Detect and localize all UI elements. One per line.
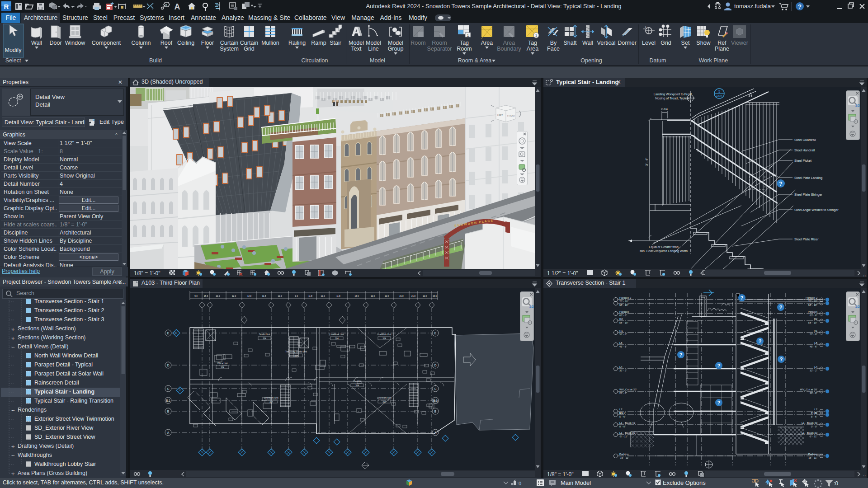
svg-text:12-0: 12-0 bbox=[423, 295, 427, 297]
svg-text:11-8: 11-8 bbox=[308, 295, 312, 297]
svg-text:2D: 2D bbox=[855, 305, 860, 309]
svg-text:Component: Component bbox=[92, 40, 121, 46]
svg-text:R1: R1 bbox=[619, 329, 623, 332]
svg-text:1: 1 bbox=[467, 33, 469, 38]
svg-text:Model: Model bbox=[388, 40, 403, 46]
svg-text:70' - 10": 70' - 10" bbox=[619, 300, 628, 303]
svg-text:Steel Picket: Steel Picket bbox=[794, 159, 811, 163]
svg-text:L2: L2 bbox=[619, 408, 623, 411]
svg-text:Level: Level bbox=[642, 40, 656, 46]
svg-text:R1: R1 bbox=[814, 329, 817, 332]
svg-text:L5: L5 bbox=[619, 342, 623, 344]
svg-text:45' - 6": 45' - 6" bbox=[810, 345, 817, 348]
svg-text:Steel Plate Riser: Steel Plate Riser bbox=[794, 237, 819, 241]
svg-text:15-6: 15-6 bbox=[433, 295, 437, 297]
svg-text:Column: Column bbox=[131, 40, 151, 46]
svg-text:Model: Model bbox=[370, 57, 385, 64]
svg-text:-5' - 11": -5' - 11" bbox=[809, 435, 818, 438]
svg-text:Mullion: Mullion bbox=[261, 40, 279, 46]
svg-text:Work Plane: Work Plane bbox=[699, 57, 728, 64]
svg-text:L1 - Block 33: L1 - Block 33 bbox=[802, 432, 818, 434]
svg-text:D: D bbox=[434, 364, 437, 367]
svg-text:Parapet 2: Parapet 2 bbox=[806, 296, 818, 299]
svg-text:2D: 2D bbox=[529, 305, 534, 309]
svg-text:B: B bbox=[434, 410, 436, 413]
svg-text:63' - 6": 63' - 6" bbox=[810, 314, 817, 317]
svg-text:Set: Set bbox=[681, 40, 690, 46]
svg-text::0: :0 bbox=[517, 481, 521, 486]
svg-text:12-0: 12-0 bbox=[278, 295, 282, 297]
svg-text:Build: Build bbox=[149, 57, 162, 64]
svg-text:304: 304 bbox=[263, 338, 266, 340]
svg-text:R2: R2 bbox=[814, 318, 817, 320]
svg-text:L1 - Block 43: L1 - Block 43 bbox=[802, 422, 818, 424]
svg-text:Tag: Tag bbox=[460, 40, 469, 46]
svg-text:Equal or Greater than: Equal or Greater than bbox=[649, 245, 679, 249]
svg-text:304: 304 bbox=[355, 385, 359, 387]
svg-text:304: 304 bbox=[382, 401, 386, 403]
svg-text:Room: Room bbox=[457, 46, 472, 52]
svg-text:Plane: Plane bbox=[715, 46, 729, 52]
svg-text:Boundary: Boundary bbox=[497, 46, 521, 52]
svg-text:12-0: 12-0 bbox=[385, 295, 389, 297]
svg-text:Text: Text bbox=[351, 46, 362, 52]
svg-text:By: By bbox=[550, 40, 557, 46]
svg-text:?: ? bbox=[798, 3, 802, 10]
svg-text:Grid: Grid bbox=[244, 46, 255, 52]
svg-text:0' - 0": 0' - 0" bbox=[811, 425, 817, 428]
svg-text:9-3: 9-3 bbox=[194, 295, 198, 297]
svg-text:Area: Area bbox=[503, 40, 515, 46]
svg-text:FRONT: FRONT bbox=[507, 114, 515, 117]
svg-text:Curtain: Curtain bbox=[240, 40, 258, 46]
svg-text:M1: M1 bbox=[814, 412, 818, 414]
svg-text:12-0: 12-0 bbox=[232, 295, 236, 297]
svg-text:Studio Unit: Studio Unit bbox=[259, 333, 270, 336]
svg-text::0: :0 bbox=[834, 480, 838, 487]
svg-text:5: 5 bbox=[718, 89, 720, 94]
svg-text:1: 1 bbox=[535, 33, 538, 38]
svg-text:Landing Workpoint to Front: Landing Workpoint to Front bbox=[654, 93, 692, 96]
svg-text:B: B bbox=[167, 410, 169, 413]
svg-text:-16' - 11": -16' - 11" bbox=[619, 456, 629, 459]
svg-text:Model: Model bbox=[349, 40, 364, 46]
svg-text:Two Story Studio Unit: Two Story Studio Unit bbox=[285, 350, 307, 353]
svg-text:A301: A301 bbox=[716, 95, 723, 98]
svg-text:?: ? bbox=[717, 400, 721, 405]
svg-text:Separator: Separator bbox=[427, 46, 452, 52]
svg-text:Nosing of Tread, Typical.: Nosing of Tread, Typical. bbox=[656, 97, 690, 100]
svg-text:?: ? bbox=[717, 363, 721, 368]
svg-text:Steel Plate Stringer: Steel Plate Stringer bbox=[794, 192, 823, 197]
svg-text:0' - 0": 0' - 0" bbox=[619, 425, 626, 428]
svg-text:Steel Handrail: Steel Handrail bbox=[794, 148, 815, 152]
svg-text:Face: Face bbox=[547, 46, 560, 52]
svg-text:Parapet: Parapet bbox=[619, 310, 629, 313]
svg-text:Model: Model bbox=[366, 40, 381, 46]
svg-text:LineWork Unit: LineWork Unit bbox=[264, 396, 278, 399]
svg-text:Floor: Floor bbox=[201, 40, 214, 46]
svg-text:2D: 2D bbox=[855, 103, 860, 108]
svg-text:1: 1 bbox=[645, 25, 647, 29]
svg-text:R2: R2 bbox=[619, 318, 623, 320]
svg-text:3' - 4": 3' - 4" bbox=[645, 158, 648, 166]
svg-text:45' - 6": 45' - 6" bbox=[619, 345, 627, 348]
svg-text:11-8: 11-8 bbox=[262, 295, 266, 297]
svg-text:M1: M1 bbox=[619, 412, 623, 414]
svg-text:304: 304 bbox=[294, 355, 298, 357]
svg-text:Steel Angle Welded to Stringer: Steel Angle Welded to Stringer bbox=[794, 208, 839, 212]
svg-text:Grid: Grid bbox=[660, 40, 671, 46]
svg-text:L2: L2 bbox=[814, 408, 817, 411]
svg-text:Group: Group bbox=[388, 46, 404, 52]
svg-text:68' - 10": 68' - 10" bbox=[619, 304, 628, 306]
svg-text:tomasz.fudala: tomasz.fudala bbox=[734, 3, 771, 9]
svg-text:Opening: Opening bbox=[580, 57, 602, 64]
svg-text:D: D bbox=[167, 364, 170, 367]
svg-text:E: E bbox=[434, 332, 437, 335]
svg-text:Shaft: Shaft bbox=[563, 40, 577, 46]
svg-text:32' - 2": 32' - 2" bbox=[810, 369, 817, 372]
svg-text:-5' - 11": -5' - 11" bbox=[619, 435, 628, 438]
svg-text:21-0: 21-0 bbox=[411, 295, 416, 297]
svg-text:Ramp: Ramp bbox=[311, 40, 326, 46]
svg-text:9-3: 9-3 bbox=[295, 295, 298, 297]
svg-text:Tag: Tag bbox=[528, 40, 537, 46]
svg-text:21-0: 21-0 bbox=[399, 295, 404, 297]
